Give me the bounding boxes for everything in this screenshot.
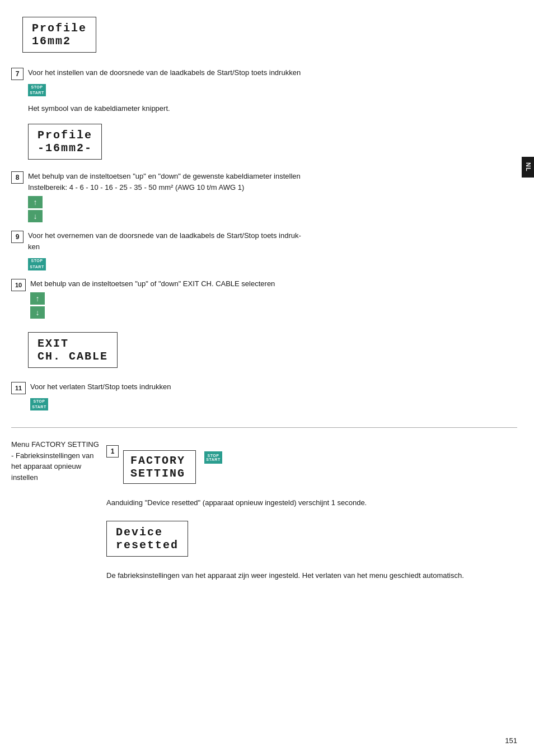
display-exit-line1: EXIT [38,337,108,350]
step-9-row: 9 Voor het overnemen van de doorsnede va… [11,230,517,270]
up-button-10[interactable]: ↑ [30,292,45,305]
device-resetted-line1: Device [116,526,179,539]
factory-caption-1: Aanduiding "Device resetted" (apparaat o… [106,497,517,508]
step-8-number: 8 [11,171,24,184]
step-7-row: 7 Voor het instellen van de doorsnede va… [11,67,517,96]
display-blink-line2: -16mm2- [38,142,92,155]
factory-caption-2: De fabrieksinstellingen van het apparaat… [106,570,517,581]
device-resetted-line2: resetted [116,539,179,552]
display-blink-line1: Profile [38,129,92,142]
step-10-row: 10 Met behulp van de insteltoetsen "up" … [11,278,517,319]
down-button-10[interactable]: ↓ [30,306,45,319]
step-8-text: Met behulp van de insteltoetsen "up" en … [28,171,517,222]
step-7-subtext: Het symbool van de kabeldiameter knipper… [28,104,517,113]
updown-group-10: ↑ ↓ [30,292,517,319]
stop-start-button-11[interactable]: STOP START [30,398,48,410]
up-button-8[interactable]: ↑ [28,196,43,208]
factory-row: FACTORY SETTING STOP START [123,445,222,489]
step-11-text: Voor het verlaten Start/Stop toets indru… [30,381,517,410]
factory-step-1-number: 1 [106,445,119,458]
step-7-number: 7 [11,68,24,80]
page-wrapper: Profile 16mm2 7 Voor het instellen van d… [0,0,534,756]
display-exit-ch-cable: EXIT CH. CABLE [28,332,118,368]
step-9-text: Voor het overnemen van de doorsnede van … [28,230,517,270]
step-10-text: Met behulp van de insteltoetsen "up" of … [30,278,517,319]
step-11-number: 11 [11,382,26,394]
display-profile-blink: Profile -16mm2- [28,124,102,160]
bottom-right-content: 1 FACTORY SETTING STOP START [106,439,517,581]
stop-start-button-9[interactable]: STOP START [28,258,46,270]
down-button-8[interactable]: ↓ [28,210,43,222]
display-profile-16mm2: Profile 16mm2 [22,17,96,53]
page-number: 151 [505,736,517,745]
step-8-row: 8 Met behulp van de insteltoetsen "up" e… [11,171,517,222]
factory-line2: SETTING [130,467,189,480]
step-10-number: 10 [11,279,26,291]
step-7-text: Voor het instellen van de doorsnede van … [28,67,517,96]
step-9-number: 9 [11,231,24,243]
sidebar-description: Menu FACTORY SETTING - Fabrieksinstellin… [11,439,106,483]
step-11-row: 11 Voor het verlaten Start/Stop toets in… [11,381,517,410]
display-exit-line2: CH. CABLE [38,350,108,363]
bottom-section: Menu FACTORY SETTING - Fabrieksinstellin… [11,439,517,581]
display-line2: 16mm2 [32,35,87,48]
language-tab: NL [522,157,534,178]
display-line1: Profile [32,22,87,35]
factory-line1: FACTORY [130,454,189,467]
stop-start-button-7[interactable]: STOP START [28,84,46,96]
display-device-resetted: Device resetted [106,521,188,557]
factory-step-1-row: 1 FACTORY SETTING STOP START [106,445,517,489]
section-divider [11,427,517,428]
display-factory-setting: FACTORY SETTING [123,450,196,484]
stop-start-button-factory[interactable]: STOP START [204,451,222,464]
main-content: Profile 16mm2 7 Voor het instellen van d… [0,0,534,756]
updown-group-8: ↑ ↓ [28,196,517,222]
